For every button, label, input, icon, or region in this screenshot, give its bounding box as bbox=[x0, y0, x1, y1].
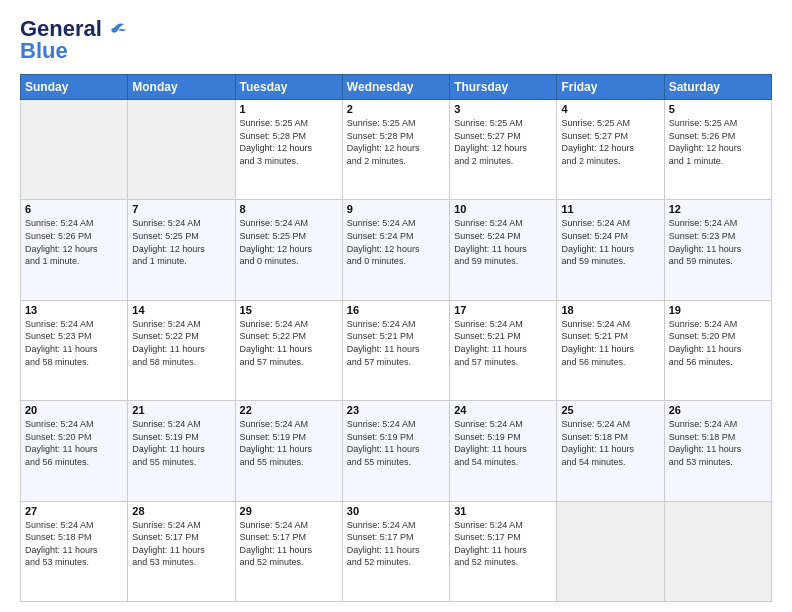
day-detail: Sunrise: 5:25 AM Sunset: 5:28 PM Dayligh… bbox=[347, 117, 445, 167]
day-detail: Sunrise: 5:24 AM Sunset: 5:21 PM Dayligh… bbox=[454, 318, 552, 368]
calendar-day-cell: 22Sunrise: 5:24 AM Sunset: 5:19 PM Dayli… bbox=[235, 401, 342, 501]
calendar-day-cell: 24Sunrise: 5:24 AM Sunset: 5:19 PM Dayli… bbox=[450, 401, 557, 501]
calendar-day-cell bbox=[664, 501, 771, 601]
calendar-day-cell: 2Sunrise: 5:25 AM Sunset: 5:28 PM Daylig… bbox=[342, 100, 449, 200]
weekday-header: Sunday bbox=[21, 75, 128, 100]
weekday-header: Tuesday bbox=[235, 75, 342, 100]
calendar-day-cell: 23Sunrise: 5:24 AM Sunset: 5:19 PM Dayli… bbox=[342, 401, 449, 501]
logo-bird-icon bbox=[104, 20, 126, 36]
day-detail: Sunrise: 5:24 AM Sunset: 5:18 PM Dayligh… bbox=[25, 519, 123, 569]
calendar-day-cell bbox=[128, 100, 235, 200]
day-number: 23 bbox=[347, 404, 445, 416]
day-number: 19 bbox=[669, 304, 767, 316]
calendar-day-cell: 25Sunrise: 5:24 AM Sunset: 5:18 PM Dayli… bbox=[557, 401, 664, 501]
day-detail: Sunrise: 5:24 AM Sunset: 5:17 PM Dayligh… bbox=[132, 519, 230, 569]
day-number: 18 bbox=[561, 304, 659, 316]
weekday-header: Saturday bbox=[664, 75, 771, 100]
weekday-header: Monday bbox=[128, 75, 235, 100]
logo-blue-text: Blue bbox=[20, 38, 68, 64]
day-detail: Sunrise: 5:24 AM Sunset: 5:22 PM Dayligh… bbox=[132, 318, 230, 368]
calendar-day-cell: 26Sunrise: 5:24 AM Sunset: 5:18 PM Dayli… bbox=[664, 401, 771, 501]
calendar-day-cell: 18Sunrise: 5:24 AM Sunset: 5:21 PM Dayli… bbox=[557, 300, 664, 400]
day-detail: Sunrise: 5:25 AM Sunset: 5:27 PM Dayligh… bbox=[561, 117, 659, 167]
day-detail: Sunrise: 5:25 AM Sunset: 5:26 PM Dayligh… bbox=[669, 117, 767, 167]
calendar-week-row: 1Sunrise: 5:25 AM Sunset: 5:28 PM Daylig… bbox=[21, 100, 772, 200]
day-number: 8 bbox=[240, 203, 338, 215]
day-detail: Sunrise: 5:24 AM Sunset: 5:18 PM Dayligh… bbox=[669, 418, 767, 468]
day-detail: Sunrise: 5:24 AM Sunset: 5:25 PM Dayligh… bbox=[240, 217, 338, 267]
day-detail: Sunrise: 5:24 AM Sunset: 5:23 PM Dayligh… bbox=[25, 318, 123, 368]
day-detail: Sunrise: 5:24 AM Sunset: 5:20 PM Dayligh… bbox=[25, 418, 123, 468]
day-detail: Sunrise: 5:24 AM Sunset: 5:19 PM Dayligh… bbox=[132, 418, 230, 468]
calendar-week-row: 6Sunrise: 5:24 AM Sunset: 5:26 PM Daylig… bbox=[21, 200, 772, 300]
day-number: 12 bbox=[669, 203, 767, 215]
day-detail: Sunrise: 5:24 AM Sunset: 5:24 PM Dayligh… bbox=[454, 217, 552, 267]
day-number: 3 bbox=[454, 103, 552, 115]
day-number: 1 bbox=[240, 103, 338, 115]
day-detail: Sunrise: 5:24 AM Sunset: 5:26 PM Dayligh… bbox=[25, 217, 123, 267]
day-detail: Sunrise: 5:24 AM Sunset: 5:18 PM Dayligh… bbox=[561, 418, 659, 468]
calendar-day-cell bbox=[21, 100, 128, 200]
calendar-day-cell: 7Sunrise: 5:24 AM Sunset: 5:25 PM Daylig… bbox=[128, 200, 235, 300]
day-detail: Sunrise: 5:24 AM Sunset: 5:19 PM Dayligh… bbox=[454, 418, 552, 468]
calendar-day-cell: 15Sunrise: 5:24 AM Sunset: 5:22 PM Dayli… bbox=[235, 300, 342, 400]
day-number: 26 bbox=[669, 404, 767, 416]
day-detail: Sunrise: 5:24 AM Sunset: 5:17 PM Dayligh… bbox=[454, 519, 552, 569]
day-detail: Sunrise: 5:24 AM Sunset: 5:22 PM Dayligh… bbox=[240, 318, 338, 368]
day-number: 24 bbox=[454, 404, 552, 416]
calendar-day-cell: 1Sunrise: 5:25 AM Sunset: 5:28 PM Daylig… bbox=[235, 100, 342, 200]
day-number: 31 bbox=[454, 505, 552, 517]
calendar-day-cell: 27Sunrise: 5:24 AM Sunset: 5:18 PM Dayli… bbox=[21, 501, 128, 601]
calendar-day-cell: 8Sunrise: 5:24 AM Sunset: 5:25 PM Daylig… bbox=[235, 200, 342, 300]
day-number: 4 bbox=[561, 103, 659, 115]
calendar-day-cell: 10Sunrise: 5:24 AM Sunset: 5:24 PM Dayli… bbox=[450, 200, 557, 300]
calendar-day-cell: 20Sunrise: 5:24 AM Sunset: 5:20 PM Dayli… bbox=[21, 401, 128, 501]
day-number: 7 bbox=[132, 203, 230, 215]
day-number: 13 bbox=[25, 304, 123, 316]
weekday-header: Friday bbox=[557, 75, 664, 100]
calendar-day-cell: 12Sunrise: 5:24 AM Sunset: 5:23 PM Dayli… bbox=[664, 200, 771, 300]
day-number: 9 bbox=[347, 203, 445, 215]
day-number: 29 bbox=[240, 505, 338, 517]
weekday-header: Thursday bbox=[450, 75, 557, 100]
calendar-week-row: 13Sunrise: 5:24 AM Sunset: 5:23 PM Dayli… bbox=[21, 300, 772, 400]
calendar-day-cell: 11Sunrise: 5:24 AM Sunset: 5:24 PM Dayli… bbox=[557, 200, 664, 300]
calendar-table: SundayMondayTuesdayWednesdayThursdayFrid… bbox=[20, 74, 772, 602]
calendar-day-cell: 13Sunrise: 5:24 AM Sunset: 5:23 PM Dayli… bbox=[21, 300, 128, 400]
day-detail: Sunrise: 5:24 AM Sunset: 5:17 PM Dayligh… bbox=[240, 519, 338, 569]
day-detail: Sunrise: 5:24 AM Sunset: 5:25 PM Dayligh… bbox=[132, 217, 230, 267]
logo: General Blue bbox=[20, 16, 126, 64]
day-number: 27 bbox=[25, 505, 123, 517]
day-number: 14 bbox=[132, 304, 230, 316]
calendar-day-cell: 29Sunrise: 5:24 AM Sunset: 5:17 PM Dayli… bbox=[235, 501, 342, 601]
day-number: 28 bbox=[132, 505, 230, 517]
day-number: 16 bbox=[347, 304, 445, 316]
day-number: 15 bbox=[240, 304, 338, 316]
header: General Blue bbox=[20, 16, 772, 64]
day-detail: Sunrise: 5:24 AM Sunset: 5:23 PM Dayligh… bbox=[669, 217, 767, 267]
day-number: 21 bbox=[132, 404, 230, 416]
day-number: 11 bbox=[561, 203, 659, 215]
day-number: 17 bbox=[454, 304, 552, 316]
day-number: 25 bbox=[561, 404, 659, 416]
day-detail: Sunrise: 5:24 AM Sunset: 5:21 PM Dayligh… bbox=[347, 318, 445, 368]
day-detail: Sunrise: 5:24 AM Sunset: 5:20 PM Dayligh… bbox=[669, 318, 767, 368]
day-detail: Sunrise: 5:24 AM Sunset: 5:24 PM Dayligh… bbox=[561, 217, 659, 267]
day-number: 6 bbox=[25, 203, 123, 215]
calendar-day-cell: 31Sunrise: 5:24 AM Sunset: 5:17 PM Dayli… bbox=[450, 501, 557, 601]
calendar-day-cell bbox=[557, 501, 664, 601]
calendar-week-row: 20Sunrise: 5:24 AM Sunset: 5:20 PM Dayli… bbox=[21, 401, 772, 501]
page: General Blue SundayMondayTuesdayWednesda… bbox=[0, 0, 792, 612]
day-number: 5 bbox=[669, 103, 767, 115]
calendar-day-cell: 4Sunrise: 5:25 AM Sunset: 5:27 PM Daylig… bbox=[557, 100, 664, 200]
day-detail: Sunrise: 5:24 AM Sunset: 5:19 PM Dayligh… bbox=[347, 418, 445, 468]
day-number: 22 bbox=[240, 404, 338, 416]
day-detail: Sunrise: 5:24 AM Sunset: 5:17 PM Dayligh… bbox=[347, 519, 445, 569]
calendar-header-row: SundayMondayTuesdayWednesdayThursdayFrid… bbox=[21, 75, 772, 100]
calendar-week-row: 27Sunrise: 5:24 AM Sunset: 5:18 PM Dayli… bbox=[21, 501, 772, 601]
calendar-day-cell: 30Sunrise: 5:24 AM Sunset: 5:17 PM Dayli… bbox=[342, 501, 449, 601]
day-number: 20 bbox=[25, 404, 123, 416]
calendar-day-cell: 6Sunrise: 5:24 AM Sunset: 5:26 PM Daylig… bbox=[21, 200, 128, 300]
weekday-header: Wednesday bbox=[342, 75, 449, 100]
calendar-day-cell: 19Sunrise: 5:24 AM Sunset: 5:20 PM Dayli… bbox=[664, 300, 771, 400]
